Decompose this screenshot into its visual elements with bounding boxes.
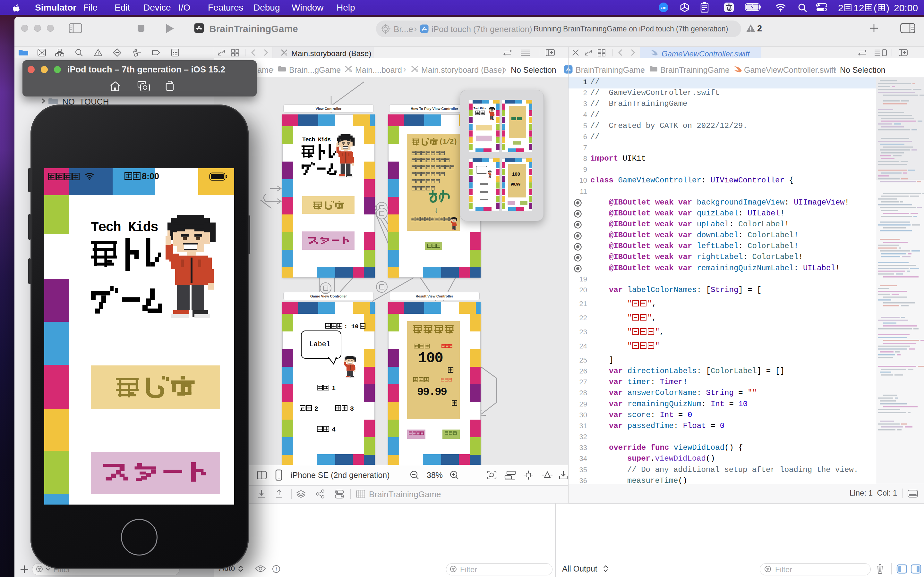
svg-text:zm: zm <box>661 5 666 10</box>
svg-text:i: i <box>276 566 277 572</box>
